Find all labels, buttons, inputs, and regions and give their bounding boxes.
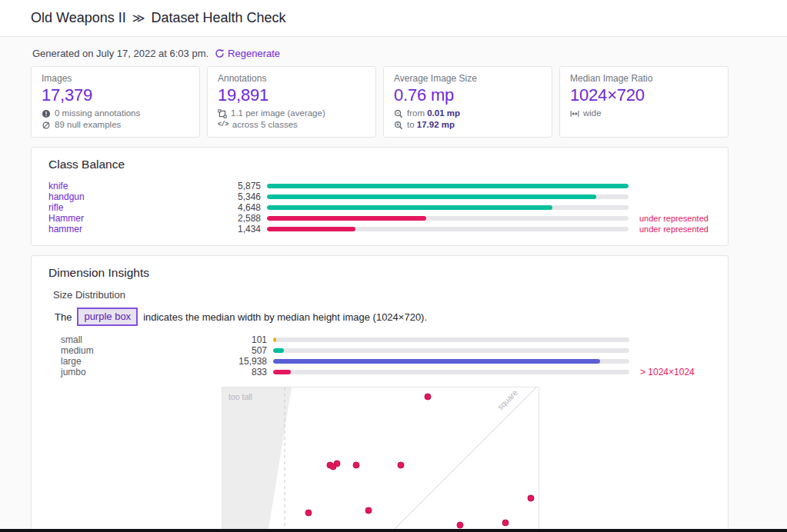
class-bar-track <box>267 205 629 210</box>
size-label: small <box>61 334 176 345</box>
stat-value: 17,379 <box>42 85 189 105</box>
bounding-box-icon <box>218 109 227 118</box>
alert-circle-icon <box>42 109 51 118</box>
refresh-icon <box>215 48 225 58</box>
dimension-insights-title: Dimension Insights <box>48 266 711 280</box>
generated-row: Generated on July 17, 2022 at 6:03 pm. R… <box>32 48 729 59</box>
size-bar-track <box>273 370 629 374</box>
stat-card-median-image-ratio: Median Image Ratio 1024×720 wide <box>559 66 729 138</box>
stat-label: Images <box>42 73 189 84</box>
size-row: small 101 <box>61 334 711 345</box>
scatter-point <box>305 510 312 516</box>
size-label: jumbo <box>61 367 176 377</box>
stat-label: Average Image Size <box>394 73 542 84</box>
code-icon: </> <box>218 119 228 131</box>
regenerate-button[interactable]: Regenerate <box>215 48 280 59</box>
stat-line: 89 null examples <box>42 119 189 131</box>
scatter-point <box>425 394 431 400</box>
caption-post: indicates the median width by median hei… <box>143 311 427 323</box>
too-tall-label: too tall <box>228 392 252 401</box>
scatter-points <box>305 394 534 532</box>
size-note: > 1024×1024 <box>635 367 711 377</box>
size-row: jumbo 833 > 1024×1024 <box>61 367 711 377</box>
stat-line: 0 missing annotations <box>42 108 189 119</box>
size-bar-fill <box>273 348 284 353</box>
scatter-point <box>457 522 463 528</box>
class-balance-row: rifle 4,648 <box>48 202 711 213</box>
page-title-text: Dataset Health Check <box>151 10 285 26</box>
class-balance-row: knife 5,875 <box>48 181 711 191</box>
scatter-point <box>365 507 372 514</box>
regenerate-label: Regenerate <box>228 48 280 59</box>
aspect-ratio-scatter-plot: too tall square <box>222 387 539 532</box>
caption-pre: The <box>55 311 72 323</box>
size-bar-track <box>273 359 629 364</box>
generated-text: Generated on July 17, 2022 at 6:03 pm. <box>32 48 208 59</box>
stat-card-average-image-size: Average Image Size 0.76 mp from 0.01 mp … <box>383 66 552 138</box>
size-count: 833 <box>182 367 267 377</box>
stat-label: Annotations <box>218 73 365 84</box>
size-label: medium <box>61 345 176 356</box>
main-content: Generated on July 17, 2022 at 6:03 pm. R… <box>31 48 729 532</box>
class-link[interactable]: knife <box>48 181 179 191</box>
size-bar-track <box>273 337 629 342</box>
stat-line: </> across 5 classes <box>218 119 365 131</box>
stat-card-images: Images 17,379 0 missing annotations 89 n… <box>31 66 200 138</box>
scatter-point <box>502 520 509 526</box>
under-represented-note: under represented <box>635 224 711 234</box>
width-arrows-icon <box>570 109 579 118</box>
class-link[interactable]: rifle <box>48 202 179 213</box>
class-link[interactable]: Hammer <box>48 213 179 224</box>
stat-value: 1024×720 <box>570 85 718 105</box>
class-balance-row: hammer 1,434 under represented <box>48 224 711 234</box>
zoom-out-icon <box>394 109 403 118</box>
stat-cards: Images 17,379 0 missing annotations 89 n… <box>31 66 729 138</box>
class-balance-title: Class Balance <box>48 158 711 171</box>
top-header: Old Weapons II ≫ Dataset Health Check <box>0 0 787 37</box>
stat-value: 19,891 <box>218 85 365 105</box>
class-bar-track <box>267 216 629 221</box>
size-count: 101 <box>182 334 267 345</box>
size-count: 15,938 <box>182 356 267 367</box>
page-title: Old Weapons II ≫ Dataset Health Check <box>31 10 286 26</box>
scatter-point <box>353 462 359 468</box>
size-bar-fill <box>273 359 600 364</box>
class-bar-track <box>267 184 629 188</box>
class-bar-fill <box>267 195 596 199</box>
size-count: 507 <box>182 345 267 356</box>
class-count: 5,875 <box>185 181 261 191</box>
under-represented-note: under represented <box>635 214 711 223</box>
class-link[interactable]: handgun <box>48 191 179 202</box>
scatter-point <box>528 495 534 501</box>
too-tall-region <box>222 387 292 532</box>
bottom-edge-strip <box>0 529 787 532</box>
dimension-insights-section: Dimension Insights Size Distribution The… <box>31 255 729 532</box>
class-balance-section: Class Balance knife 5,875 handgun 5,346 … <box>31 147 729 246</box>
stat-line: wide <box>570 108 718 119</box>
class-bar-fill <box>267 184 629 188</box>
median-box-caption: The purple box indicates the median widt… <box>55 308 711 326</box>
size-bar-fill <box>273 370 291 374</box>
size-distribution-rows: small 101 medium 507 large 15,938 jumbo … <box>61 334 711 377</box>
class-bar-fill <box>267 227 355 231</box>
class-link[interactable]: hammer <box>48 224 179 234</box>
size-bar-fill <box>273 337 276 342</box>
scatter-point <box>330 464 336 470</box>
stat-card-annotations: Annotations 19,891 1.1 per image (averag… <box>207 66 376 138</box>
class-balance-row: Hammer 2,588 under represented <box>48 213 711 224</box>
zoom-in-icon <box>394 121 403 130</box>
breadcrumb-separator-icon: ≫ <box>132 11 145 25</box>
class-count: 1,434 <box>185 224 261 234</box>
class-bar-track <box>267 195 629 199</box>
stat-line: from 0.01 mp <box>394 108 542 119</box>
project-name: Old Weapons II <box>31 10 126 26</box>
class-balance-rows: knife 5,875 handgun 5,346 rifle 4,648 Ha… <box>48 181 711 234</box>
purple-box-sample: purple box <box>77 308 138 326</box>
scatter-point <box>398 462 404 468</box>
stat-value: 0.76 mp <box>394 85 542 105</box>
stat-label: Median Image Ratio <box>570 73 718 84</box>
size-label: large <box>61 356 176 367</box>
size-row: medium 507 <box>61 345 711 356</box>
class-count: 4,648 <box>185 202 261 213</box>
size-row: large 15,938 <box>61 356 711 367</box>
